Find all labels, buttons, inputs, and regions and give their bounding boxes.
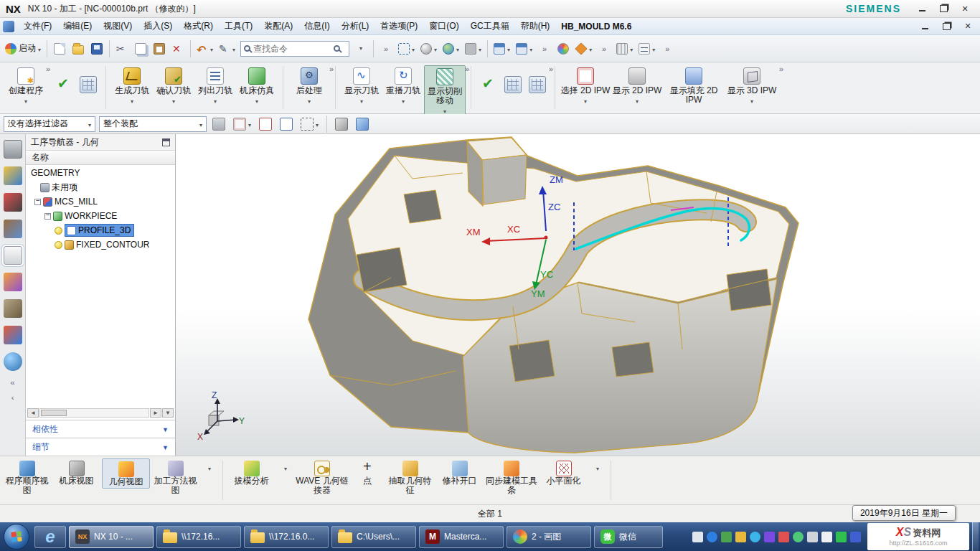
new-file-button[interactable] <box>51 39 68 59</box>
cut-button[interactable] <box>113 39 131 59</box>
search-dropdown[interactable] <box>352 39 369 59</box>
taskbar-item-wechat[interactable]: 微 微信 <box>594 526 663 548</box>
machine-tool-navigator-icon[interactable] <box>4 273 22 291</box>
roles-gear-icon[interactable] <box>4 140 22 159</box>
undo-button[interactable] <box>194 39 215 59</box>
tray-alert-icon[interactable] <box>735 532 746 542</box>
scroll-right-icon[interactable] <box>150 408 161 418</box>
collapse-icon[interactable] <box>34 199 41 205</box>
save-button[interactable] <box>88 39 105 59</box>
menu-format[interactable]: 格式(R) <box>179 19 218 34</box>
scroll-thumb[interactable] <box>41 410 67 416</box>
show-desktop-button[interactable] <box>972 522 979 551</box>
tree-row-profile-3d[interactable]: PROFILE_3D <box>26 223 175 237</box>
taskbar-item-network-folder-2[interactable]: \\172.16.0... <box>244 526 329 548</box>
open-button[interactable] <box>70 39 87 59</box>
machining-method-view-button[interactable]: 加工方法视图 <box>151 458 199 496</box>
approve-operation-button[interactable] <box>52 74 76 94</box>
graphics-window[interactable]: ZM ZC XM XC YC YM Z Y X <box>176 134 980 456</box>
sketch-tool-button[interactable] <box>217 39 237 59</box>
taskbar-item-mastercam[interactable]: M Masterca... <box>419 526 504 548</box>
doc-minimize-button[interactable] <box>915 20 934 32</box>
palette-button[interactable] <box>555 39 572 59</box>
overflow-chevron[interactable] <box>465 64 469 74</box>
tray-network-icon[interactable] <box>821 532 832 542</box>
tray-netdisk-icon[interactable] <box>764 532 775 542</box>
minimize-button[interactable] <box>913 3 931 15</box>
dimension-button[interactable] <box>636 39 657 59</box>
find-component-button[interactable] <box>210 114 227 134</box>
details-section-header[interactable]: 细节 <box>26 438 175 456</box>
search-input[interactable] <box>253 44 331 54</box>
doc-close-button[interactable] <box>958 20 977 32</box>
start-menu-button[interactable]: 启动 <box>3 39 43 59</box>
visualization-button[interactable] <box>573 39 594 59</box>
internet-icon[interactable] <box>4 352 22 371</box>
show-3d-ipw-button[interactable]: 显示 3D IPW <box>724 65 780 106</box>
collapse-icon[interactable] <box>44 213 51 220</box>
overflow-chevron[interactable] <box>659 39 676 59</box>
point-on-curve-button[interactable] <box>257 114 274 134</box>
tree-row-fixed-contour[interactable]: FIXED_CONTOUR <box>26 237 175 252</box>
menu-edit[interactable]: 编辑(E) <box>58 19 97 34</box>
overflow-chevron[interactable] <box>595 39 613 59</box>
facet-body-button[interactable]: 小平面化 <box>540 458 588 487</box>
scroll-corner-icon[interactable] <box>162 408 174 418</box>
tree-row-mcs-mill[interactable]: MCS_MILL <box>26 194 175 209</box>
geometry-view-button[interactable]: 几何视图 <box>102 458 150 489</box>
overflow-chevron[interactable] <box>779 64 783 74</box>
scroll-left-icon[interactable] <box>27 408 39 418</box>
machine-tool-view-button[interactable]: 机床视图 <box>52 458 100 487</box>
tray-cloud-icon[interactable] <box>750 532 760 542</box>
strip-expand-icon[interactable]: ‹ <box>11 394 14 401</box>
workpiece-check-button[interactable] <box>476 74 501 94</box>
tray-wechat-icon[interactable] <box>793 532 804 542</box>
synchronous-modeling-button[interactable]: 同步建模工具条 <box>485 458 538 496</box>
shaded-wireframe-button[interactable] <box>333 114 350 134</box>
taskbar-item-users-folder[interactable]: C:\Users\... <box>331 526 416 548</box>
end-point-button[interactable] <box>278 114 295 134</box>
close-button[interactable] <box>956 3 974 15</box>
menu-window[interactable]: 窗口(O) <box>424 19 463 34</box>
selection-scope-dropdown[interactable]: 整个装配 <box>99 116 207 132</box>
menu-info[interactable]: 信息(I) <box>299 19 334 34</box>
tray-antivirus-icon[interactable] <box>721 532 732 542</box>
tray-ime-icon[interactable] <box>707 532 717 542</box>
show-fill-2d-ipw-button[interactable]: 显示填充 2D IPW <box>664 65 724 105</box>
rectangle-select-button[interactable] <box>298 114 321 134</box>
paste-button[interactable] <box>151 39 168 59</box>
dependencies-section-header[interactable]: 相依性 <box>26 420 175 438</box>
create-program-button[interactable]: 创建程序 <box>5 65 47 106</box>
render-style-button[interactable] <box>418 39 439 59</box>
operation-grid-button[interactable] <box>76 74 100 94</box>
verify-toolpath-button[interactable]: 确认刀轨 <box>153 65 194 106</box>
window-layout-button[interactable] <box>491 39 512 59</box>
constraint-navigator-icon[interactable] <box>4 193 22 212</box>
overflow-chevron[interactable] <box>377 39 395 59</box>
restore-button[interactable] <box>934 3 953 15</box>
assembly-navigator-icon[interactable] <box>4 166 22 185</box>
measure-button[interactable] <box>614 39 635 59</box>
bottom-toolbar-dropdown[interactable] <box>589 458 606 479</box>
menu-gc-toolbox[interactable]: GC工具箱 <box>466 19 514 34</box>
background-button[interactable] <box>440 39 461 59</box>
fit-view-button[interactable] <box>396 39 417 59</box>
tray-keyboard-icon[interactable] <box>692 532 703 542</box>
start-orb[interactable] <box>4 524 29 550</box>
window-cascade-button[interactable] <box>514 39 534 59</box>
workpiece-grid-button[interactable] <box>501 74 525 94</box>
machine-simulation-button[interactable]: 机床仿真 <box>236 65 278 106</box>
strip-collapse-icon[interactable]: « <box>10 379 14 386</box>
horizontal-scrollbar[interactable] <box>27 408 174 418</box>
show-cut-moves-button[interactable]: 显示切削移动 <box>424 65 466 117</box>
part-navigator-icon[interactable] <box>4 220 22 238</box>
ie-taskbar-button[interactable]: e <box>34 526 66 548</box>
menu-assembly[interactable]: 装配(A) <box>259 19 298 34</box>
draft-analysis-button[interactable]: 拔模分析 <box>227 458 275 487</box>
replay-toolpath-button[interactable]: 重播刀轨 <box>382 65 424 106</box>
postprocess-button[interactable]: 后处理 <box>288 65 330 106</box>
menu-view[interactable]: 视图(V) <box>98 19 137 34</box>
draft-dropdown[interactable] <box>277 458 294 479</box>
operation-navigator-icon[interactable] <box>4 246 22 265</box>
copy-button[interactable] <box>132 39 149 59</box>
